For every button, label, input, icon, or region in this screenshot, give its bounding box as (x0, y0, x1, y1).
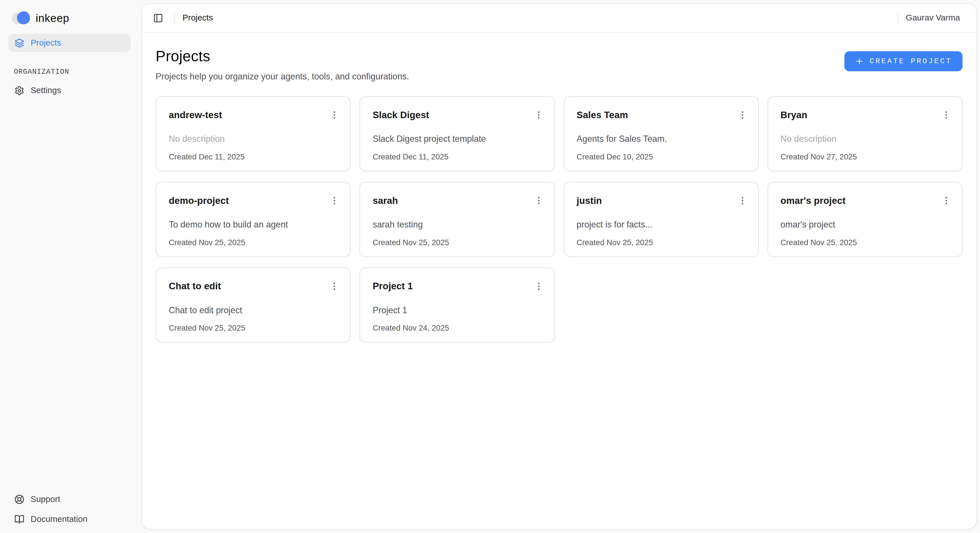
sidebar-item-label: Settings (31, 86, 61, 95)
project-menu-button[interactable] (328, 109, 341, 121)
more-vertical-icon (941, 196, 951, 206)
project-created-date: Created Dec 10, 2025 (577, 152, 745, 162)
panel-left-icon (153, 13, 163, 23)
project-card[interactable]: Chat to edit Chat to edit project Create… (156, 267, 351, 342)
page-head: Projects Projects help you organize your… (156, 46, 963, 83)
sidebar-item-documentation[interactable]: Documentation (8, 510, 131, 528)
project-menu-button[interactable] (736, 194, 749, 207)
more-vertical-icon (737, 196, 748, 206)
project-menu-button[interactable] (532, 194, 545, 207)
more-vertical-icon (534, 281, 544, 291)
project-card[interactable]: Bryan No description Created Nov 27, 202… (767, 96, 963, 171)
logo-blob-blue (17, 11, 30, 24)
project-card[interactable]: Slack Digest Slack Digest project templa… (360, 96, 555, 171)
life-buoy-icon (14, 494, 24, 504)
project-card-header: andrew-test (169, 110, 338, 122)
project-menu-button[interactable] (532, 280, 545, 293)
project-menu-button[interactable] (328, 194, 341, 207)
header-divider (174, 13, 175, 23)
project-card-header: demo-project (169, 195, 338, 207)
project-name: justin (577, 195, 602, 207)
project-name: Bryan (780, 110, 807, 121)
brand-logo[interactable]: inkeep (8, 8, 131, 27)
brand-wordmark: inkeep (36, 12, 69, 25)
sidebar-item-projects[interactable]: Projects (8, 34, 131, 52)
create-project-label: CREATE PROJECT (870, 57, 952, 66)
more-vertical-icon (534, 110, 544, 120)
page-subtitle: Projects help you organize your agents, … (156, 70, 409, 83)
sidebar: inkeep Projects ORGANIZATION Settings (0, 0, 138, 533)
more-vertical-icon (329, 196, 339, 206)
app-root: inkeep Projects ORGANIZATION Settings (0, 0, 980, 533)
project-card[interactable]: sarah sarah testing Created Nov 25, 2025 (360, 182, 555, 257)
create-project-button[interactable]: CREATE PROJECT (845, 51, 963, 71)
project-card[interactable]: Project 1 Project 1 Created Nov 24, 2025 (360, 267, 555, 342)
project-card-header: Chat to edit (169, 281, 338, 293)
breadcrumb: Projects (183, 13, 213, 22)
project-menu-button[interactable] (328, 280, 341, 293)
project-menu-button[interactable] (532, 109, 545, 121)
project-card-header: Slack Digest (373, 110, 541, 122)
sidebar-item-settings[interactable]: Settings (8, 81, 131, 99)
project-created-date: Created Dec 11, 2025 (169, 152, 338, 162)
project-created-date: Created Dec 11, 2025 (373, 152, 541, 162)
top-bar: Projects Gaurav Varma (142, 4, 976, 32)
sidebar-item-label: Support (31, 494, 60, 504)
project-card[interactable]: Sales Team Agents for Sales Team. Create… (563, 96, 759, 171)
sidebar-section-organization: ORGANIZATION (8, 67, 131, 76)
project-created-date: Created Nov 25, 2025 (169, 323, 338, 333)
project-menu-button[interactable] (940, 194, 953, 207)
project-name: demo-project (169, 195, 229, 207)
project-name: Sales Team (577, 110, 628, 121)
project-name: Project 1 (373, 281, 413, 292)
sidebar-item-label: Projects (31, 38, 61, 48)
project-created-date: Created Nov 24, 2025 (373, 323, 541, 333)
project-description: project is for facts... (577, 218, 745, 231)
more-vertical-icon (941, 110, 951, 120)
header-divider (898, 13, 898, 23)
sidebar-toggle-button[interactable] (150, 9, 167, 27)
more-vertical-icon (737, 110, 748, 120)
project-description: No description (780, 133, 949, 145)
project-card-header: Project 1 (373, 281, 541, 293)
project-menu-button[interactable] (736, 109, 749, 121)
more-vertical-icon (329, 110, 339, 120)
sidebar-spacer (8, 99, 131, 490)
sidebar-nav: Projects ORGANIZATION Settings (8, 34, 131, 99)
project-card-header: sarah (373, 195, 541, 207)
project-description: Chat to edit project (169, 304, 338, 316)
more-vertical-icon (329, 281, 339, 291)
project-created-date: Created Nov 25, 2025 (577, 238, 745, 248)
page-content: Projects Projects help you organize your… (142, 32, 976, 529)
project-card[interactable]: demo-project To demo how to build an age… (156, 182, 351, 257)
user-menu[interactable]: Gaurav Varma (906, 13, 960, 22)
project-description: Slack Digest project template (373, 133, 541, 145)
project-description: omar's project (780, 218, 949, 231)
project-name: Chat to edit (169, 281, 221, 292)
sidebar-item-support[interactable]: Support (8, 490, 131, 508)
plus-icon (855, 57, 864, 66)
project-card-header: Bryan (780, 110, 949, 122)
project-description: Project 1 (373, 304, 541, 316)
project-card-header: justin (577, 195, 745, 207)
project-created-date: Created Nov 25, 2025 (780, 238, 949, 248)
project-created-date: Created Nov 27, 2025 (780, 152, 949, 162)
project-name: sarah (373, 195, 398, 207)
project-description: sarah testing (373, 218, 541, 231)
sidebar-footer: Support Documentation (8, 490, 131, 531)
project-card[interactable]: justin project is for facts... Created N… (563, 182, 759, 257)
project-card[interactable]: andrew-test No description Created Dec 1… (156, 96, 351, 171)
page-title: Projects (156, 48, 409, 65)
projects-grid: andrew-test No description Created Dec 1… (156, 96, 963, 342)
gear-icon (14, 86, 24, 95)
project-card[interactable]: omar's project omar's project Created No… (767, 182, 963, 257)
page-head-text: Projects Projects help you organize your… (156, 46, 409, 83)
project-card-header: Sales Team (577, 110, 745, 122)
project-name: andrew-test (169, 110, 222, 121)
project-name: Slack Digest (373, 110, 429, 121)
inkeep-logo-icon (12, 11, 30, 25)
project-card-header: omar's project (780, 195, 949, 207)
project-description: Agents for Sales Team. (577, 133, 745, 145)
more-vertical-icon (534, 196, 544, 206)
project-menu-button[interactable] (940, 109, 953, 121)
